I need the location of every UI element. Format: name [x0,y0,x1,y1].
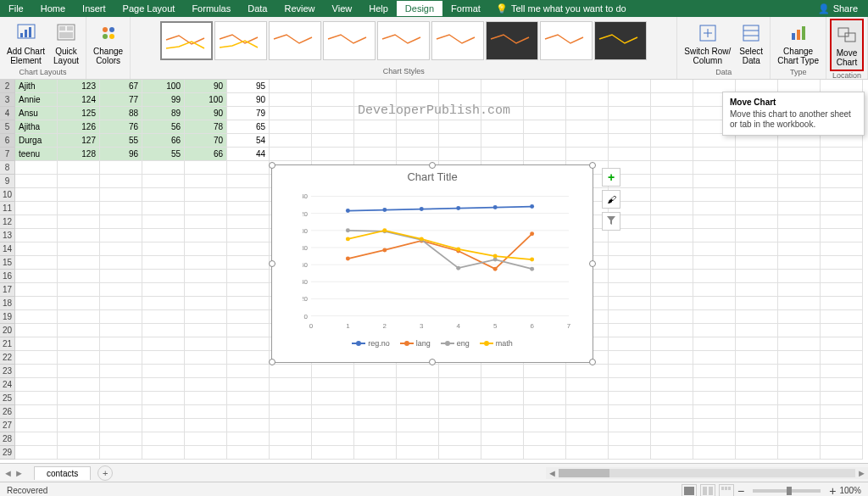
cell[interactable] [736,392,778,405]
page-layout-view-button[interactable] [700,484,715,497]
chart-style-5[interactable] [377,21,430,60]
cell[interactable]: 100 [142,80,185,93]
cell[interactable] [651,120,693,134]
cell[interactable] [821,283,863,297]
cell[interactable] [439,392,481,405]
cell[interactable] [312,134,354,148]
cell[interactable] [736,337,778,351]
cell[interactable] [651,202,693,215]
cell[interactable] [481,80,524,93]
cell[interactable] [778,148,821,161]
cell[interactable] [524,392,566,405]
cell[interactable] [15,202,58,215]
cell[interactable] [100,419,142,432]
cell[interactable] [58,405,100,419]
cell[interactable] [185,215,227,229]
cell[interactable] [439,405,481,419]
cell[interactable] [58,365,100,378]
cell[interactable] [651,134,693,148]
cell[interactable] [58,378,100,392]
cell[interactable] [312,432,354,446]
cell[interactable] [651,297,693,310]
cell[interactable] [227,270,270,283]
cell[interactable] [736,283,778,297]
cell[interactable] [778,270,821,283]
cell[interactable] [354,378,397,392]
cell[interactable] [524,365,566,378]
cell[interactable] [821,256,863,270]
cell[interactable] [821,351,863,365]
cell[interactable] [354,446,397,460]
cell[interactable] [312,378,354,392]
cell[interactable] [185,297,227,310]
cell[interactable] [821,188,863,202]
cell[interactable] [58,432,100,446]
cell[interactable] [270,405,312,419]
cell[interactable] [693,161,736,175]
cell[interactable] [397,93,439,107]
cell[interactable] [15,337,58,351]
cell[interactable] [354,80,397,93]
cell[interactable]: Ajitha [15,120,58,134]
menu-format[interactable]: Format [442,1,489,16]
cell[interactable]: teenu [15,148,58,161]
cell[interactable]: Annie [15,93,58,107]
cell[interactable] [651,107,693,120]
cell[interactable] [270,148,312,161]
cell[interactable] [778,215,821,229]
menu-help[interactable]: Help [360,1,397,16]
cell[interactable] [100,446,142,460]
cell[interactable] [270,365,312,378]
cell[interactable] [142,419,185,432]
cell[interactable] [778,310,821,324]
cell[interactable] [693,392,736,405]
cell[interactable] [100,405,142,419]
row-header[interactable]: 21 [0,337,15,351]
row-header[interactable]: 13 [0,229,15,242]
chart-style-8[interactable] [540,21,593,60]
cell[interactable] [821,161,863,175]
cell[interactable] [354,134,397,148]
cell[interactable]: 66 [185,148,227,161]
cell[interactable] [481,93,524,107]
cell[interactable] [227,215,270,229]
cell[interactable] [693,134,736,148]
cell[interactable] [736,432,778,446]
cell[interactable] [609,256,651,270]
cell[interactable] [524,419,566,432]
cell[interactable] [270,80,312,93]
sheet-nav-prev[interactable]: ◄ [3,468,13,478]
cell[interactable] [778,283,821,297]
cell[interactable] [481,134,524,148]
cell[interactable] [651,310,693,324]
add-chart-element-button[interactable]: Add Chart Element [3,19,48,68]
cell[interactable] [566,405,609,419]
cell[interactable] [821,446,863,460]
cell[interactable] [58,297,100,310]
cell[interactable] [439,446,481,460]
cell[interactable]: 66 [142,134,185,148]
cell[interactable]: 88 [100,107,142,120]
cell[interactable] [354,432,397,446]
cell[interactable] [693,270,736,283]
cell[interactable] [100,188,142,202]
cell[interactable] [142,378,185,392]
cell[interactable] [58,446,100,460]
chart-style-9[interactable] [594,21,647,60]
cell[interactable] [693,202,736,215]
cell[interactable] [778,256,821,270]
cell[interactable] [693,188,736,202]
cell[interactable] [142,161,185,175]
cell[interactable] [270,120,312,134]
cell[interactable] [651,256,693,270]
chart-style-4[interactable] [323,21,376,60]
cell[interactable] [185,365,227,378]
cell[interactable] [397,378,439,392]
cell[interactable] [524,80,566,93]
cell[interactable] [100,161,142,175]
cell[interactable] [439,432,481,446]
cell[interactable] [778,337,821,351]
cell[interactable] [481,365,524,378]
cell[interactable] [821,134,863,148]
change-chart-type-button[interactable]: Change Chart Type [774,19,822,68]
